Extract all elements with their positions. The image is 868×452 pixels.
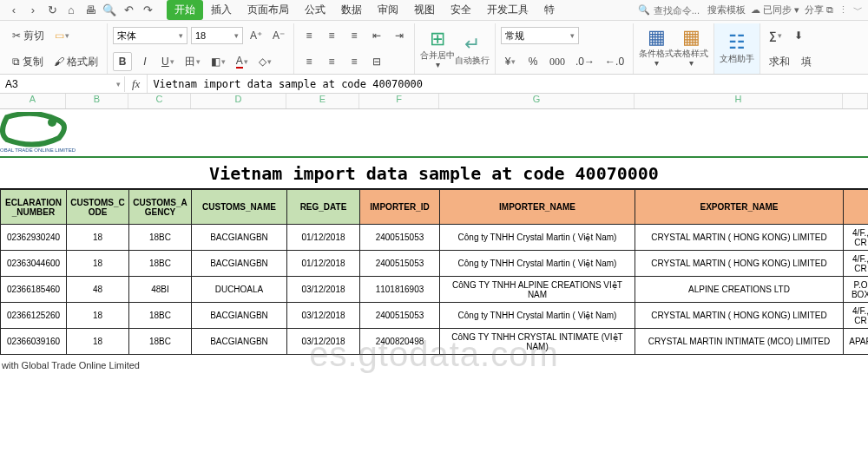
fill-color-icon[interactable]: ▭▾ (51, 26, 73, 45)
nav-next-icon[interactable]: › (24, 2, 42, 19)
align-right-icon[interactable]: ≡ (345, 52, 364, 71)
align-center-icon[interactable]: ≡ (322, 52, 341, 71)
align-left-icon[interactable]: ≡ (299, 52, 319, 71)
format-painter-button[interactable]: 🖌格式刷 (50, 52, 102, 71)
cell[interactable]: 18 (67, 303, 129, 329)
dec-decimal-button[interactable]: ←.0 (602, 52, 628, 71)
fill-down-icon[interactable]: ⬇ (789, 26, 808, 45)
name-box[interactable] (0, 76, 113, 92)
th-importer-name[interactable]: IMPORTER_NAME (440, 190, 635, 225)
th-importer-id[interactable]: IMPORTER_ID (360, 190, 440, 225)
table-style-button[interactable]: ▦ 表格样式▾ (674, 25, 708, 69)
cell[interactable]: 1101816903 (360, 277, 440, 303)
cell[interactable]: CRYSTAL MARTIN ( HONG KONG) LIMITED (635, 251, 844, 277)
cell[interactable]: 02366039160 (1, 329, 67, 355)
th-exporter-name[interactable]: EXPORTER_NAME (635, 190, 844, 225)
cell[interactable]: DUCHOALA (192, 277, 287, 303)
indent-dec-icon[interactable]: ⇤ (367, 26, 386, 45)
cell[interactable]: 18BC (129, 251, 192, 277)
currency-button[interactable]: ¥▾ (501, 52, 520, 71)
cell[interactable]: 18BC (129, 303, 192, 329)
table-row[interactable]: 023661252601818BCBACGIANGBN03/12/2018240… (1, 303, 869, 329)
home-icon[interactable]: ⌂ (62, 2, 80, 19)
font-size-select[interactable]: 18▾ (191, 27, 243, 44)
italic-button[interactable]: I (135, 52, 155, 71)
table-row[interactable]: 023629302401818BCBACGIANGBN01/12/2018240… (1, 225, 869, 251)
cell[interactable]: 2400515053 (360, 251, 440, 277)
th-reg-date[interactable]: REG_DATE (287, 190, 360, 225)
cell[interactable]: 03/12/2018 (287, 303, 360, 329)
cell[interactable]: 02366125260 (1, 303, 67, 329)
cell[interactable]: 01/12/2018 (287, 251, 360, 277)
undo-icon[interactable]: ↶ (120, 2, 137, 19)
cell[interactable]: 01/12/2018 (287, 225, 360, 251)
cell[interactable]: Công ty TNHH Crystal Martin ( Việt Nam) (440, 251, 635, 277)
cell[interactable]: 03/12/2018 (287, 329, 360, 355)
cell[interactable]: 02362930240 (1, 225, 67, 251)
cell[interactable]: Công ty TNHH Crystal Martin ( Việt Nam) (440, 225, 635, 251)
tab-special[interactable]: 特 (536, 0, 562, 20)
cell[interactable]: 18BC (129, 225, 192, 251)
fill-color-button[interactable]: ◧▾ (207, 52, 229, 71)
cell[interactable]: 4/F., CR (844, 225, 869, 251)
refresh-icon[interactable]: ↻ (43, 2, 61, 19)
template-search[interactable]: 搜索模板 (707, 3, 746, 16)
cell[interactable]: 48BI (129, 277, 192, 303)
cell[interactable]: 4/F., CR (844, 303, 869, 329)
copy-button[interactable]: ⧉复制 (9, 52, 47, 71)
font-name-select[interactable]: 宋体▾ (113, 27, 187, 44)
cell[interactable]: BACGIANGBN (192, 251, 287, 277)
tab-data[interactable]: 数据 (333, 0, 370, 20)
cell[interactable]: 18 (67, 329, 129, 355)
wrap-text-button[interactable]: ↵ 自动换行 (455, 27, 490, 70)
increase-font-button[interactable]: A⁺ (247, 26, 266, 45)
cloud-sync[interactable]: ☁ 已同步 ▾ (751, 3, 799, 16)
col-header-F[interactable]: F (359, 94, 439, 108)
align-middle-icon[interactable]: ≡ (322, 26, 341, 45)
merge-center-button[interactable]: ⊞ 合并居中▾ (420, 27, 455, 70)
cond-format-button[interactable]: ▦ 条件格式▾ (639, 25, 674, 69)
cell[interactable]: CRYSTAL MARTIN ( HONG KONG) LIMITED (635, 225, 844, 251)
tab-dev[interactable]: 开发工具 (479, 0, 536, 20)
print-icon[interactable]: 🖶 (82, 2, 99, 19)
border-button[interactable]: 田▾ (181, 52, 204, 71)
caret-icon[interactable]: ﹀ (853, 3, 863, 16)
cut-button[interactable]: ✂剪切 (9, 26, 48, 45)
decrease-font-button[interactable]: A⁻ (269, 26, 288, 45)
more-icon[interactable]: ⋮ (838, 4, 848, 16)
align-bottom-icon[interactable]: ≡ (345, 26, 364, 45)
share-button[interactable]: 分享 ⧉ (805, 3, 833, 16)
cell[interactable]: 02363044600 (1, 251, 67, 277)
formula-input[interactable] (148, 76, 868, 92)
underline-button[interactable]: U▾ (158, 52, 178, 71)
cell[interactable]: 4/F., CR (844, 251, 869, 277)
col-header-E[interactable]: E (286, 94, 359, 108)
cell[interactable]: CôNG TY TNHH ALPINE CREATIONS VIệT NAM (440, 277, 635, 303)
cell[interactable]: P.O BOX (844, 277, 869, 303)
cell[interactable]: 48 (67, 277, 129, 303)
th-eclaration-number[interactable]: ECLARATION_NUMBER (1, 190, 67, 225)
cell[interactable]: 02366185460 (1, 277, 67, 303)
nav-prev-icon[interactable]: ‹ (5, 2, 23, 19)
th-customs-agency[interactable]: CUSTOMS_AGENCY (129, 190, 192, 225)
th-customs-name[interactable]: CUSTOMS_NAME (192, 190, 287, 225)
cell[interactable]: 03/12/2018 (287, 277, 360, 303)
tab-formula[interactable]: 公式 (297, 0, 333, 20)
percent-button[interactable]: % (523, 52, 542, 71)
font-color-button[interactable]: A▾ (233, 52, 252, 71)
preview-icon[interactable]: 🔍 (101, 2, 118, 19)
command-search[interactable]: 🔍 (638, 4, 702, 16)
namebox-dropdown-icon[interactable]: ▾ (113, 80, 124, 88)
col-header-D[interactable]: D (191, 94, 286, 108)
tab-view[interactable]: 视图 (406, 0, 443, 20)
number-format-select[interactable]: 常规▾ (501, 27, 579, 44)
clear-format-button[interactable]: ◇▾ (255, 52, 275, 71)
cell[interactable]: Công ty TNHH Crystal Martin ( Việt Nam) (440, 303, 635, 329)
col-header-G[interactable]: G (439, 94, 635, 108)
cell[interactable]: CôNG TY TNHH CRYSTAL INTIMATE (VIệT NAM) (440, 329, 635, 355)
inc-decimal-button[interactable]: .0→ (572, 52, 598, 71)
bold-button[interactable]: B (113, 52, 132, 71)
cell[interactable]: BACGIANGBN (192, 303, 287, 329)
cell[interactable]: CRYSTAL MARTIN INTIMATE (MCO) LIMITED (635, 329, 844, 355)
cell[interactable]: 2400515053 (360, 303, 440, 329)
